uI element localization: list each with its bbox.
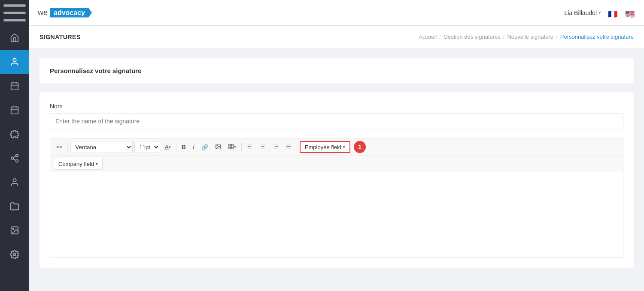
link-button[interactable]: 🔗 [199, 141, 211, 153]
section-title: Personnalisez votre signature [50, 67, 141, 74]
editor-toolbar-row2: Company field ▾ [50, 156, 623, 172]
field-label-nom: Nom [50, 103, 623, 110]
align-left-icon [247, 144, 253, 151]
font-family-select[interactable]: Verdana Arial Times New Roman [70, 141, 133, 153]
sidebar-item-puzzle[interactable] [0, 122, 29, 146]
breadcrumb: Accueil / Gestion des signatures / Nouve… [419, 34, 634, 40]
signature-name-input[interactable] [50, 113, 623, 129]
align-right-icon [273, 144, 279, 151]
underline-icon: A [164, 144, 168, 150]
user-chevron-icon: ▾ [598, 10, 601, 15]
editor-body[interactable] [50, 172, 623, 257]
image-icon [215, 144, 221, 151]
logo: we advocacy [38, 8, 92, 18]
breadcrumb-current: Personnalisez votre signature [560, 34, 634, 40]
font-size-select[interactable]: 11pt 12pt 14pt [134, 141, 160, 153]
logo-advocacy: advocacy [50, 8, 92, 18]
header-right: Lia Billaudel ▾ 🇫🇷 🇺🇸 [565, 9, 636, 16]
svg-rect-23 [229, 144, 234, 149]
flag-us-icon[interactable]: 🇺🇸 [625, 9, 635, 16]
page-title: SIGNATURES [39, 34, 81, 40]
image-button[interactable] [213, 141, 224, 153]
toolbar-divider1 [67, 143, 68, 151]
code-icon: <> [56, 144, 62, 150]
justify-icon [286, 144, 292, 151]
page-header: SIGNATURES Accueil / Gestion des signatu… [29, 26, 644, 48]
sidebar-item-contacts[interactable] [0, 50, 29, 74]
company-field-button[interactable]: Company field ▾ [54, 158, 103, 170]
align-center-icon [260, 144, 266, 151]
align-right-button[interactable] [270, 141, 281, 153]
breadcrumb-new[interactable]: Nouvelle signature [507, 34, 553, 40]
breadcrumb-sep2: / [503, 34, 505, 40]
svg-point-20 [13, 253, 16, 256]
sidebar-item-settings[interactable] [0, 242, 29, 266]
editor-card: Nom <> Verdana Arial Times New Roman [39, 92, 634, 268]
section-header: Personnalisez votre signature [39, 58, 634, 84]
italic-button[interactable]: I [190, 141, 197, 153]
employee-field-chevron-icon: ▾ [343, 145, 345, 149]
toolbar-divider2 [176, 143, 176, 151]
svg-point-22 [217, 145, 218, 146]
code-button[interactable]: <> [54, 141, 65, 153]
company-field-chevron-icon: ▾ [96, 162, 98, 166]
step-badge: 1 [354, 141, 366, 153]
breadcrumb-signatures[interactable]: Gestion des signatures [444, 34, 501, 40]
top-header: we advocacy Lia Billaudel ▾ 🇫🇷 🇺🇸 [29, 0, 644, 26]
table-icon [228, 144, 234, 151]
sidebar-item-folder[interactable] [0, 194, 29, 218]
user-name-label: Lia Billaudel [565, 9, 597, 16]
editor-toolbar: <> Verdana Arial Times New Roman 11pt 12… [50, 138, 623, 156]
sidebar-item-home[interactable] [0, 26, 29, 50]
hamburger-icon[interactable] [0, 0, 29, 26]
link-icon: 🔗 [201, 144, 208, 150]
underline-chevron-icon: ▾ [169, 145, 171, 149]
inner-content: Personnalisez votre signature Nom <> [29, 48, 644, 278]
svg-point-17 [13, 179, 16, 182]
content-area: SIGNATURES Accueil / Gestion des signatu… [29, 26, 644, 291]
align-center-button[interactable] [257, 141, 268, 153]
svg-point-12 [16, 154, 18, 157]
user-menu[interactable]: Lia Billaudel ▾ [565, 9, 601, 16]
sidebar-item-calendar2[interactable] [0, 98, 29, 122]
section-title-card: Personnalisez votre signature [39, 58, 634, 84]
bold-icon: B [182, 144, 186, 150]
table-chevron-icon: ▾ [234, 145, 236, 149]
logo-we: we [38, 8, 48, 17]
sidebar-item-user[interactable] [0, 170, 29, 194]
employee-field-label: Employee field [305, 144, 341, 150]
svg-point-3 [13, 58, 16, 61]
svg-rect-8 [11, 107, 18, 114]
underline-button[interactable]: A ▾ [162, 141, 173, 153]
breadcrumb-home[interactable]: Accueil [419, 34, 437, 40]
svg-point-14 [16, 160, 18, 162]
svg-point-19 [12, 228, 14, 230]
svg-line-16 [13, 156, 16, 158]
employee-field-button[interactable]: Employee field ▾ [300, 141, 350, 153]
italic-icon: I [193, 144, 194, 150]
svg-rect-4 [11, 83, 18, 90]
main-content: we advocacy Lia Billaudel ▾ 🇫🇷 🇺🇸 SIGNAT… [29, 0, 644, 291]
breadcrumb-sep1: / [439, 34, 441, 40]
justify-button[interactable] [283, 141, 294, 153]
bold-button[interactable]: B [179, 141, 188, 153]
svg-line-15 [13, 159, 16, 160]
align-left-button[interactable] [244, 141, 255, 153]
sidebar-item-share[interactable] [0, 146, 29, 170]
sidebar-item-images[interactable] [0, 218, 29, 242]
flag-fr-icon[interactable]: 🇫🇷 [608, 9, 618, 16]
toolbar-divider4 [297, 143, 297, 151]
sidebar [0, 0, 29, 291]
svg-point-13 [11, 157, 14, 159]
breadcrumb-sep3: / [556, 34, 558, 40]
company-field-label: Company field [58, 161, 94, 167]
toolbar-divider3 [241, 143, 242, 151]
sidebar-item-calendar[interactable] [0, 74, 29, 98]
table-button[interactable]: ▾ [225, 141, 239, 153]
